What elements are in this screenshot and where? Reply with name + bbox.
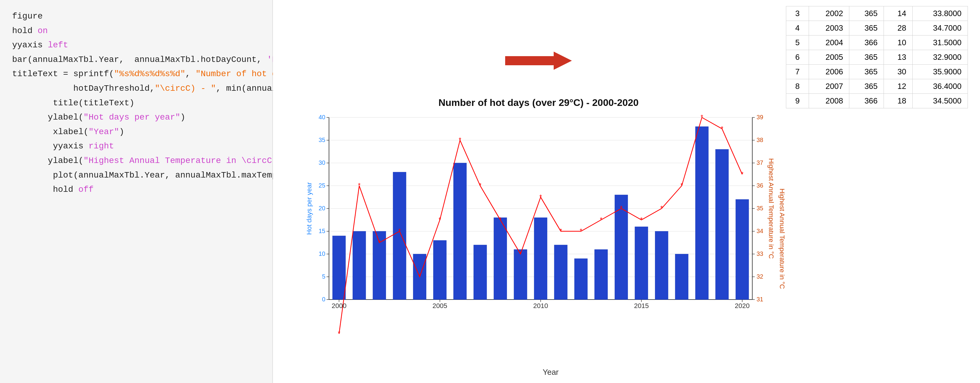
svg-text:*: * (620, 204, 623, 212)
svg-text:35: 35 (319, 137, 325, 143)
svg-text:2000: 2000 (332, 302, 347, 310)
svg-text:30: 30 (319, 160, 325, 166)
table-cell: 2003 (809, 21, 849, 35)
table-cell: 2004 (809, 35, 849, 50)
table-cell: 6 (786, 50, 809, 65)
svg-text:*: * (560, 227, 562, 235)
svg-text:*: * (378, 239, 381, 246)
table-cell: 3 (786, 6, 809, 21)
table-cell: 2006 (809, 65, 849, 79)
table-cell: 2007 (809, 79, 849, 94)
svg-rect-71 (736, 199, 749, 300)
svg-rect-64 (595, 249, 608, 300)
table-cell: 8 (786, 79, 809, 94)
table-cell: 365 (849, 50, 884, 65)
svg-text:*: * (681, 182, 683, 189)
table-cell: 35.9000 (912, 65, 967, 79)
table-cell: 34.5000 (912, 94, 967, 109)
svg-text:*: * (338, 330, 340, 337)
svg-text:2005: 2005 (433, 302, 447, 310)
code-panel: figurehold onyyaxis leftbar(annualMaxTbl… (0, 0, 273, 383)
chart-svg: 0510152025303540Hot days per year3132333… (305, 112, 776, 318)
svg-rect-67 (655, 231, 668, 300)
svg-rect-52 (353, 231, 366, 300)
svg-text:36: 36 (757, 182, 763, 189)
table-cell: 366 (849, 35, 884, 50)
svg-rect-66 (635, 227, 648, 300)
svg-text:*: * (580, 227, 582, 235)
x-axis-label: Year (315, 367, 786, 377)
table-cell: 30 (884, 65, 912, 79)
svg-rect-58 (474, 245, 487, 300)
svg-text:31: 31 (757, 296, 763, 303)
svg-rect-63 (574, 259, 587, 300)
svg-text:35: 35 (757, 205, 763, 212)
svg-text:*: * (539, 193, 542, 201)
svg-rect-57 (453, 163, 466, 300)
table-cell: 28 (884, 21, 912, 35)
svg-text:25: 25 (319, 182, 325, 189)
svg-text:2015: 2015 (634, 302, 649, 310)
arrow-svg (505, 50, 572, 71)
y-right-label: Highest Annual Temperature in °C (778, 188, 786, 289)
svg-text:*: * (660, 204, 663, 212)
svg-text:*: * (499, 216, 502, 223)
table-cell: 32.9000 (912, 50, 967, 65)
svg-text:*: * (600, 216, 603, 223)
svg-text:*: * (398, 227, 401, 235)
svg-text:2010: 2010 (533, 302, 548, 310)
svg-text:34: 34 (757, 228, 763, 234)
svg-text:0: 0 (322, 296, 325, 303)
svg-text:*: * (479, 182, 482, 189)
table-cell: 36.4000 (912, 79, 967, 94)
table-cell: 365 (849, 6, 884, 21)
svg-text:*: * (418, 273, 421, 280)
svg-rect-54 (393, 172, 406, 300)
table-cell: 12 (884, 79, 912, 94)
svg-text:37: 37 (757, 160, 763, 166)
svg-text:5: 5 (322, 273, 325, 280)
table-cell: 5 (786, 35, 809, 50)
svg-text:*: * (519, 250, 522, 257)
table-cell: 14 (884, 6, 912, 21)
svg-rect-70 (716, 149, 729, 300)
svg-rect-59 (494, 218, 507, 300)
svg-text:15: 15 (319, 228, 325, 234)
code-display: figurehold onyyaxis leftbar(annualMaxTbl… (12, 9, 260, 197)
table-cell: 33.8000 (912, 6, 967, 21)
svg-rect-68 (675, 254, 688, 300)
table-cell: 31.5000 (912, 35, 967, 50)
svg-rect-51 (332, 236, 346, 300)
svg-text:40: 40 (319, 114, 325, 120)
svg-rect-62 (554, 245, 567, 300)
svg-text:32: 32 (757, 273, 763, 280)
right-panel: Number of hot days (over 29°C) - 2000-20… (273, 0, 980, 383)
svg-rect-69 (695, 126, 708, 300)
svg-text:Highest Annual Temperature in : Highest Annual Temperature in °C (767, 158, 775, 259)
table-cell: 365 (849, 21, 884, 35)
svg-text:*: * (741, 170, 743, 178)
svg-text:10: 10 (319, 251, 325, 257)
svg-text:Hot days per year: Hot days per year (305, 182, 313, 235)
table-cell: 2008 (809, 94, 849, 109)
table-cell: 2002 (809, 6, 849, 21)
svg-text:*: * (701, 113, 703, 121)
data-table: 320023651433.8000420033652834.7000520043… (786, 6, 968, 109)
chart-title: Number of hot days (over 29°C) - 2000-20… (291, 97, 786, 109)
svg-text:*: * (439, 216, 441, 223)
table-cell: 365 (849, 65, 884, 79)
svg-text:*: * (459, 136, 461, 144)
svg-text:38: 38 (757, 137, 763, 143)
table-cell: 4 (786, 21, 809, 35)
svg-text:2020: 2020 (735, 302, 749, 310)
table-cell: 9 (786, 94, 809, 109)
table-cell: 366 (849, 94, 884, 109)
svg-rect-61 (534, 218, 547, 300)
svg-text:*: * (358, 182, 361, 189)
svg-rect-56 (433, 240, 446, 300)
svg-marker-0 (505, 52, 572, 70)
table-cell: 365 (849, 79, 884, 94)
table-cell: 10 (884, 35, 912, 50)
svg-text:*: * (721, 125, 724, 132)
table-cell: 34.7000 (912, 21, 967, 35)
